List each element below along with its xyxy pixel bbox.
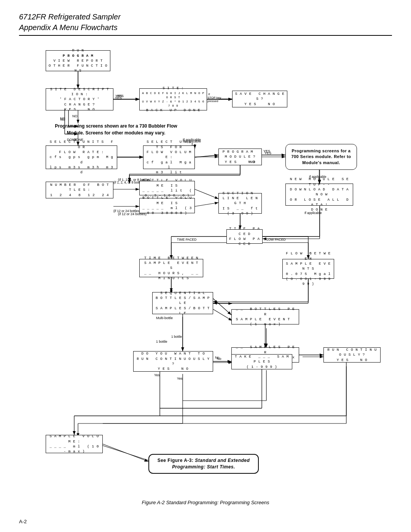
svg-text:YES: YES: [264, 151, 271, 155]
svg-text:1 bottle: 1 bottle: [171, 335, 182, 339]
select-units-vol-box: S E L E C T U N I T S F O R F L O W V O …: [143, 145, 195, 169]
svg-text:pressed: pressed: [207, 99, 218, 103]
time-flow-paced-box: T I M E P A C E D F L O W P A C E D: [226, 229, 263, 244]
sequential-box: S E Q U E N T I A L B O T T L E S / S A …: [152, 292, 213, 314]
program-module-box: P R O G R A M M O D U L E ? Y E S N O: [218, 149, 262, 165]
svg-line-60: [103, 446, 152, 462]
time-between-box: T I M E B E T W E E N S A M P L E E V E …: [139, 259, 203, 277]
svg-text:NO: NO: [60, 118, 65, 121]
svg-text:NO: NO: [60, 117, 65, 120]
svg-text:No: No: [217, 357, 221, 361]
suction-line-box: S U C T I O N L I N E L E N G T H I S _ …: [218, 193, 262, 214]
header-divider: [19, 35, 392, 36]
new-module-setup-box: N E W M O D U L E S E T U P - - D O W N …: [285, 184, 353, 206]
site-description-box: S I T E D E S C R I P T I O N : ' F A C …: [46, 88, 113, 110]
diagram-area: YES If STOP key pressed NO DONE YES NO: [19, 43, 392, 492]
header: 6712FR Refrigerated Sampler Appendix A M…: [19, 11, 392, 36]
run-program-box: R U N P R O G R A M V I E W R E P O R T …: [46, 50, 110, 71]
bottle-vol-lit-box: B O T T L E V O L U M E I S _ _ _ _ _ l …: [139, 181, 195, 195]
page: 6712FR Refrigerated Sampler Appendix A M…: [0, 0, 411, 532]
figure-caption: Figure A-2 Standard Programming: Program…: [19, 500, 392, 505]
svg-text:NO: NO: [72, 114, 78, 118]
site-chars-box: S I T E : A B C D E F G H I J K L M N O …: [139, 88, 207, 110]
svg-line-28: [195, 203, 218, 206]
select-units-flow-box: S E L E C T U N I T S F O R F L O W R A …: [46, 145, 117, 169]
do-you-want-box: D O Y O U W A N T T O R U N C O N T I N …: [133, 351, 213, 372]
one-bottle-label: 1 bottle: [156, 340, 167, 343]
see-figure-box: See Figure A-3: Standard and Extended Pr…: [148, 454, 259, 474]
svg-line-27: [195, 189, 218, 199]
bottle-vol-ml-box: B O T T L E V O L U M E I S _ _ _ _ _ m …: [139, 198, 195, 213]
svg-text:FLOW PACED: FLOW PACED: [264, 238, 286, 241]
multi-bottle-label: Multi-bottle: [156, 316, 173, 320]
caption-text: Figure A-2 Standard Programming: Program…: [142, 500, 269, 505]
header-title: 6712FR Refrigerated Sampler Appendix A M…: [19, 11, 392, 33]
yes-label-site: YES: [115, 96, 122, 100]
svg-text:Yes: Yes: [177, 377, 183, 380]
save-changes-box: S A V E C H A N G E S ? Y E S N O: [232, 91, 287, 107]
prog-700-series-box: Programming screens for a 700 Series mod…: [285, 144, 357, 170]
number-bottles-box: N U M B E R O F B O T T L E S : 1 2 4 8 …: [46, 182, 113, 198]
svg-line-68: [195, 155, 218, 157]
header-line2: Appendix A Menu Flowcharts: [19, 23, 118, 32]
page-number: A-2: [19, 519, 27, 524]
note-730: Programming screens shown are for a 730 …: [46, 123, 186, 136]
svg-text:If: If: [208, 93, 210, 96]
take-samples-box: T A K E _ _ _ S A M P L E S ( 1 - 9 9 9 …: [231, 354, 292, 369]
header-line1: 6712FR Refrigerated Sampler: [19, 13, 121, 21]
svg-text:No: No: [215, 356, 220, 359]
flow-between-box: F L O W B E T W E E N S A M P L E E V E …: [282, 259, 334, 279]
svg-line-81: [213, 299, 231, 315]
sample-volume-box: S A M P L E V O L U M E : _ _ _ _ m l ( …: [46, 435, 103, 453]
run-continuously-right-box: R U N C O N T I N U O U S L Y ? Y E S N …: [323, 347, 381, 363]
svg-text:STOP key: STOP key: [207, 96, 221, 99]
svg-text:Yes: Yes: [154, 373, 160, 377]
svg-line-45: [213, 309, 232, 321]
svg-line-95: [103, 444, 148, 462]
svg-text:YES: YES: [263, 149, 270, 153]
bottles-per-box: _ _ B O T T L E S P E R S A M P L E E V …: [231, 309, 299, 324]
svg-text:TIME PACED: TIME PACED: [177, 238, 196, 241]
